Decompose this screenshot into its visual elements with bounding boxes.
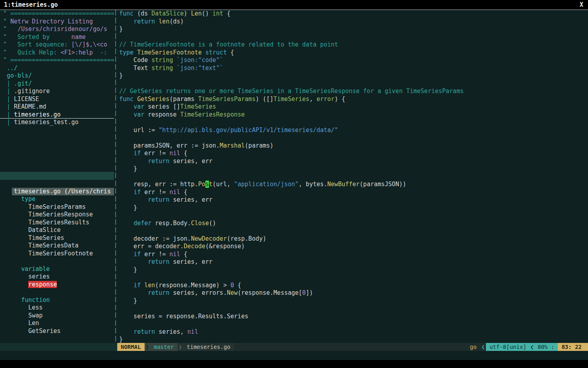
text-segment: series xyxy=(3,273,50,280)
text-segment: | xyxy=(3,119,14,126)
netrw-line[interactable]: " /Users/chrisridenour/go/s xyxy=(0,25,114,33)
tagbar-line[interactable]: Swap xyxy=(0,312,114,320)
window-separator[interactable] xyxy=(114,10,117,343)
code-line[interactable]: return series, err xyxy=(117,196,588,204)
code-line[interactable]: if err != nil { xyxy=(117,150,588,158)
code-line[interactable]: return series, err xyxy=(117,258,588,266)
code-line[interactable]: } xyxy=(117,297,588,305)
code-line[interactable] xyxy=(117,274,588,282)
text-segment: series, err xyxy=(169,258,212,265)
code-line[interactable]: } xyxy=(117,72,588,80)
code-line[interactable]: return len(ds) xyxy=(117,18,588,26)
code-line[interactable]: err = decoder.Decode(&response) xyxy=(117,243,588,251)
code-line[interactable]: } xyxy=(117,25,588,33)
text-segment: timeseries.go xyxy=(14,111,60,118)
text-segment: Marshal xyxy=(220,142,245,149)
code-line[interactable]: Text string `json:"text"` xyxy=(117,64,588,72)
tagbar-line[interactable] xyxy=(0,180,114,188)
code-line[interactable]: defer resp.Body.Close() xyxy=(117,220,588,228)
close-icon[interactable]: X xyxy=(575,1,588,8)
code-line[interactable]: decoder := json.NewDecoder(resp.Body) xyxy=(117,235,588,243)
tagbar-line[interactable]: function xyxy=(0,296,114,304)
code-line[interactable]: if err != nil { xyxy=(117,189,588,197)
netrw-line[interactable]: | .git/ xyxy=(0,80,114,88)
code-line[interactable]: paramsJSON, err := json.Marshal(params) xyxy=(117,142,588,150)
code-line[interactable] xyxy=(117,173,588,181)
code-line[interactable]: } xyxy=(117,336,588,343)
code-line[interactable]: Code string `json:"code"` xyxy=(117,56,588,64)
tagbar-line[interactable]: TimeSeries xyxy=(0,234,114,242)
command-line[interactable]: :q xyxy=(0,351,588,360)
netrw-line[interactable]: ../ xyxy=(0,64,114,72)
code-line[interactable]: } xyxy=(117,266,588,274)
netrw-line[interactable]: | LICENSE xyxy=(0,95,114,103)
code-line[interactable]: return series, nil xyxy=(117,328,588,336)
netrw-window[interactable]: " ======================================… xyxy=(0,10,114,172)
code-line[interactable] xyxy=(117,320,588,328)
code-line[interactable]: func GetSeries(params TimeSeriesParams) … xyxy=(117,95,588,103)
code-line[interactable]: } xyxy=(117,204,588,212)
tagbar-line[interactable]: TimeSeriesParams xyxy=(0,203,114,211)
code-line[interactable] xyxy=(117,80,588,88)
netrw-line[interactable]: | .gitignore xyxy=(0,88,114,95)
tagbar-line[interactable]: type xyxy=(0,195,114,203)
code-line[interactable] xyxy=(117,134,588,142)
tagbar-line[interactable]: TimeSeriesData xyxy=(0,242,114,250)
tagbar-window[interactable]: timeseries.go (/Users/chris type TimeSer… xyxy=(0,180,114,343)
code-line[interactable] xyxy=(117,227,588,235)
netrw-line[interactable]: go-bls/ xyxy=(0,72,114,80)
netrw-line[interactable]: " Sort sequence: [\/]$,\<co xyxy=(0,41,114,49)
netrw-line[interactable]: " Sorted by name xyxy=(0,33,114,41)
editor-window[interactable]: func (ds DataSlice) Len() int { return l… xyxy=(117,10,588,343)
code-line[interactable]: type TimeSeriesFootnote struct { xyxy=(117,49,588,57)
code-line[interactable]: if err != nil { xyxy=(117,251,588,259)
code-line[interactable]: url := "http://api.bls.gov/publicAPI/v1/… xyxy=(117,127,588,134)
text-segment: series, errors. xyxy=(169,289,227,296)
terminal-padding xyxy=(0,360,588,368)
code-line[interactable] xyxy=(117,33,588,41)
tab-timeseries[interactable]: 1:timeseries.go xyxy=(0,1,60,8)
code-line[interactable] xyxy=(117,305,588,313)
code-line[interactable]: // TimeSeriesFootnote is a footnote rela… xyxy=(117,41,588,49)
tagbar-line[interactable]: series xyxy=(0,273,114,281)
netrw-line[interactable]: " Quick Help: <F1>:help -: xyxy=(0,49,114,57)
text-segment: (ds) xyxy=(169,18,184,25)
netrw-line[interactable]: | timeseries.go xyxy=(0,111,114,119)
code-line[interactable] xyxy=(117,119,588,127)
code-line[interactable]: var series []TimeSeries xyxy=(117,103,588,111)
text-segment: s xyxy=(205,181,209,188)
chevron-left-icon: ❮ xyxy=(530,343,534,351)
tagbar-line[interactable]: TimeSeriesResults xyxy=(0,219,114,227)
tagbar-line[interactable]: Len xyxy=(0,319,114,327)
tagbar-line[interactable]: TimeSeriesFootnote xyxy=(0,250,114,258)
code-line[interactable]: resp, err := http.Post(url, "application… xyxy=(117,181,588,189)
tagbar-line[interactable]: GetSeries xyxy=(0,327,114,335)
code-line[interactable]: if len(response.Message) > 0 { xyxy=(117,282,588,290)
code-line[interactable]: // GetSeries returns one or more TimeSer… xyxy=(117,88,588,95)
text-segment: " Quick Help: xyxy=(3,49,61,56)
text-segment: Len xyxy=(3,319,39,327)
tagbar-line[interactable]: DataSlice xyxy=(0,226,114,234)
text-segment: nil xyxy=(188,328,198,335)
netrw-line[interactable]: | timeseries_test.go xyxy=(0,119,114,127)
code-line[interactable]: } xyxy=(117,165,588,173)
tagbar-line[interactable] xyxy=(0,257,114,265)
code-line[interactable]: var response TimeSeriesResponse xyxy=(117,111,588,119)
text-segment: series, err xyxy=(169,158,212,165)
code-line[interactable]: return series, errors.New(response.Messa… xyxy=(117,289,588,297)
code-line[interactable]: func (ds DataSlice) Len() int { xyxy=(117,10,588,18)
tagbar-line[interactable]: variable xyxy=(0,265,114,273)
netrw-line[interactable]: " ======================================… xyxy=(0,10,114,18)
tagbar-line[interactable] xyxy=(0,288,114,296)
netrw-line[interactable]: " Netrw Directory Listing xyxy=(0,18,114,26)
netrw-line[interactable]: | README.md xyxy=(0,103,114,111)
netrw-line[interactable]: " ======================================… xyxy=(0,56,114,64)
tagbar-line[interactable]: response xyxy=(0,281,114,289)
code-line[interactable]: series = response.Results.Series xyxy=(117,313,588,321)
tagbar-line[interactable]: timeseries.go (/Users/chris xyxy=(0,188,114,196)
text-segment: Po xyxy=(198,181,205,188)
tagbar-line[interactable]: Less xyxy=(0,304,114,312)
tagbar-line[interactable]: TimeSeriesResponse xyxy=(0,211,114,219)
code-line[interactable] xyxy=(117,212,588,220)
code-line[interactable]: return series, err xyxy=(117,158,588,166)
